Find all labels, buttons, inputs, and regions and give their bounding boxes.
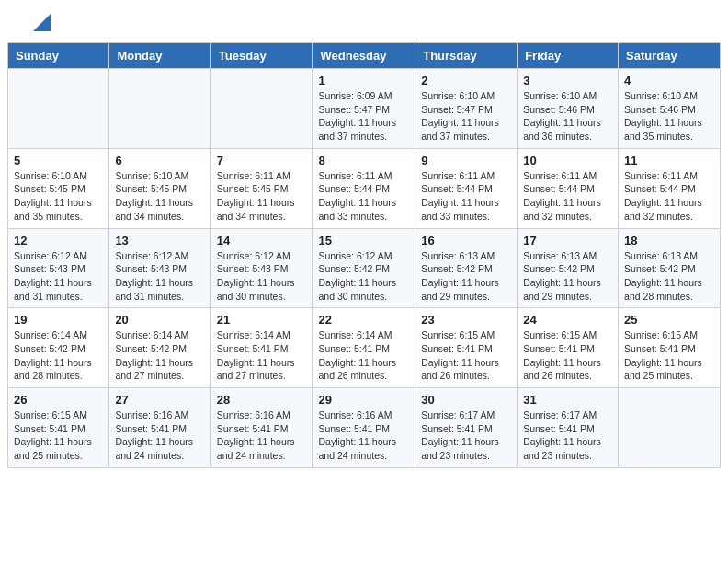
day-info: Sunrise: 6:10 AMSunset: 5:46 PMDaylight:… bbox=[624, 89, 714, 144]
day-of-week-header: Sunday bbox=[8, 43, 109, 69]
calendar-week-row: 1Sunrise: 6:09 AMSunset: 5:47 PMDaylight… bbox=[8, 69, 721, 149]
day-number: 23 bbox=[421, 313, 511, 327]
day-info: Sunrise: 6:11 AMSunset: 5:45 PMDaylight:… bbox=[217, 169, 307, 224]
calendar-day-cell: 11Sunrise: 6:11 AMSunset: 5:44 PMDayligh… bbox=[619, 148, 721, 228]
logo-triangle-icon bbox=[26, 9, 51, 35]
day-info: Sunrise: 6:15 AMSunset: 5:41 PMDaylight:… bbox=[624, 328, 714, 383]
day-info: Sunrise: 6:12 AMSunset: 5:43 PMDaylight:… bbox=[217, 249, 307, 304]
day-number: 4 bbox=[624, 74, 714, 87]
day-number: 9 bbox=[421, 154, 511, 167]
day-info: Sunrise: 6:16 AMSunset: 5:41 PMDaylight:… bbox=[217, 408, 307, 463]
day-info: Sunrise: 6:14 AMSunset: 5:42 PMDaylight:… bbox=[115, 328, 204, 383]
page-header bbox=[0, 0, 728, 42]
day-number: 25 bbox=[624, 313, 714, 327]
day-number: 12 bbox=[14, 234, 103, 247]
day-info: Sunrise: 6:14 AMSunset: 5:42 PMDaylight:… bbox=[14, 328, 103, 383]
day-of-week-header: Monday bbox=[109, 43, 210, 69]
calendar-day-cell: 23Sunrise: 6:15 AMSunset: 5:41 PMDayligh… bbox=[415, 308, 518, 388]
calendar-day-cell bbox=[619, 388, 721, 468]
calendar-day-cell: 20Sunrise: 6:14 AMSunset: 5:42 PMDayligh… bbox=[109, 308, 210, 388]
day-number: 15 bbox=[318, 234, 409, 247]
day-number: 16 bbox=[421, 234, 511, 247]
day-info: Sunrise: 6:12 AMSunset: 5:43 PMDaylight:… bbox=[115, 249, 204, 304]
calendar-day-cell: 7Sunrise: 6:11 AMSunset: 5:45 PMDaylight… bbox=[210, 148, 313, 228]
calendar-day-cell: 4Sunrise: 6:10 AMSunset: 5:46 PMDaylight… bbox=[619, 69, 721, 149]
day-info: Sunrise: 6:11 AMSunset: 5:44 PMDaylight:… bbox=[523, 169, 612, 224]
calendar-day-cell: 12Sunrise: 6:12 AMSunset: 5:43 PMDayligh… bbox=[8, 228, 109, 308]
day-number: 22 bbox=[318, 313, 409, 327]
calendar-week-row: 26Sunrise: 6:15 AMSunset: 5:41 PMDayligh… bbox=[8, 388, 721, 468]
day-info: Sunrise: 6:14 AMSunset: 5:41 PMDaylight:… bbox=[217, 328, 307, 383]
calendar-day-cell: 15Sunrise: 6:12 AMSunset: 5:42 PMDayligh… bbox=[313, 228, 415, 308]
day-info: Sunrise: 6:13 AMSunset: 5:42 PMDaylight:… bbox=[523, 249, 612, 304]
day-number: 14 bbox=[217, 234, 307, 247]
calendar-day-cell: 2Sunrise: 6:10 AMSunset: 5:47 PMDaylight… bbox=[415, 69, 518, 149]
calendar-day-cell: 21Sunrise: 6:14 AMSunset: 5:41 PMDayligh… bbox=[210, 308, 313, 388]
day-number: 30 bbox=[421, 393, 511, 407]
day-number: 19 bbox=[14, 313, 103, 327]
calendar-day-cell: 8Sunrise: 6:11 AMSunset: 5:44 PMDaylight… bbox=[313, 148, 415, 228]
day-info: Sunrise: 6:15 AMSunset: 5:41 PMDaylight:… bbox=[523, 328, 612, 383]
day-number: 17 bbox=[523, 234, 612, 247]
calendar-table: SundayMondayTuesdayWednesdayThursdayFrid… bbox=[7, 42, 721, 468]
day-info: Sunrise: 6:15 AMSunset: 5:41 PMDaylight:… bbox=[14, 408, 103, 463]
calendar-week-row: 12Sunrise: 6:12 AMSunset: 5:43 PMDayligh… bbox=[8, 228, 721, 308]
calendar-day-cell: 17Sunrise: 6:13 AMSunset: 5:42 PMDayligh… bbox=[518, 228, 619, 308]
calendar-day-cell bbox=[109, 69, 210, 149]
day-info: Sunrise: 6:10 AMSunset: 5:46 PMDaylight:… bbox=[523, 89, 612, 144]
day-number: 26 bbox=[14, 393, 103, 407]
day-info: Sunrise: 6:12 AMSunset: 5:43 PMDaylight:… bbox=[14, 249, 103, 304]
calendar-day-cell: 24Sunrise: 6:15 AMSunset: 5:41 PMDayligh… bbox=[518, 308, 619, 388]
day-info: Sunrise: 6:16 AMSunset: 5:41 PMDaylight:… bbox=[318, 408, 409, 463]
calendar-week-row: 5Sunrise: 6:10 AMSunset: 5:45 PMDaylight… bbox=[8, 148, 721, 228]
day-number: 27 bbox=[115, 393, 204, 407]
day-info: Sunrise: 6:11 AMSunset: 5:44 PMDaylight:… bbox=[421, 169, 511, 224]
day-info: Sunrise: 6:10 AMSunset: 5:47 PMDaylight:… bbox=[421, 89, 511, 144]
day-number: 3 bbox=[523, 74, 612, 87]
day-number: 28 bbox=[217, 393, 307, 407]
day-of-week-header: Tuesday bbox=[210, 43, 313, 69]
calendar-day-cell: 25Sunrise: 6:15 AMSunset: 5:41 PMDayligh… bbox=[619, 308, 721, 388]
day-number: 8 bbox=[318, 154, 409, 167]
day-number: 1 bbox=[318, 74, 409, 87]
day-number: 7 bbox=[217, 154, 307, 167]
calendar-day-cell: 16Sunrise: 6:13 AMSunset: 5:42 PMDayligh… bbox=[415, 228, 518, 308]
calendar-day-cell: 9Sunrise: 6:11 AMSunset: 5:44 PMDaylight… bbox=[415, 148, 518, 228]
calendar-day-cell: 31Sunrise: 6:17 AMSunset: 5:41 PMDayligh… bbox=[518, 388, 619, 468]
calendar-day-cell: 10Sunrise: 6:11 AMSunset: 5:44 PMDayligh… bbox=[518, 148, 619, 228]
calendar-day-cell: 14Sunrise: 6:12 AMSunset: 5:43 PMDayligh… bbox=[210, 228, 313, 308]
calendar-day-cell: 5Sunrise: 6:10 AMSunset: 5:45 PMDaylight… bbox=[8, 148, 109, 228]
day-info: Sunrise: 6:13 AMSunset: 5:42 PMDaylight:… bbox=[624, 249, 714, 304]
day-number: 21 bbox=[217, 313, 307, 327]
calendar-week-row: 19Sunrise: 6:14 AMSunset: 5:42 PMDayligh… bbox=[8, 308, 721, 388]
day-info: Sunrise: 6:16 AMSunset: 5:41 PMDaylight:… bbox=[115, 408, 204, 463]
day-info: Sunrise: 6:10 AMSunset: 5:45 PMDaylight:… bbox=[115, 169, 204, 224]
day-number: 24 bbox=[523, 313, 612, 327]
day-info: Sunrise: 6:11 AMSunset: 5:44 PMDaylight:… bbox=[318, 169, 409, 224]
calendar-day-cell: 26Sunrise: 6:15 AMSunset: 5:41 PMDayligh… bbox=[8, 388, 109, 468]
calendar-day-cell: 18Sunrise: 6:13 AMSunset: 5:42 PMDayligh… bbox=[619, 228, 721, 308]
calendar-day-cell: 29Sunrise: 6:16 AMSunset: 5:41 PMDayligh… bbox=[313, 388, 415, 468]
logo bbox=[22, 17, 51, 35]
calendar-day-cell bbox=[210, 69, 313, 149]
day-number: 10 bbox=[523, 154, 612, 167]
day-info: Sunrise: 6:10 AMSunset: 5:45 PMDaylight:… bbox=[14, 169, 103, 224]
day-of-week-header: Saturday bbox=[619, 43, 721, 69]
calendar-wrapper: SundayMondayTuesdayWednesdayThursdayFrid… bbox=[0, 42, 728, 476]
calendar-day-cell: 28Sunrise: 6:16 AMSunset: 5:41 PMDayligh… bbox=[210, 388, 313, 468]
calendar-day-cell: 3Sunrise: 6:10 AMSunset: 5:46 PMDaylight… bbox=[518, 69, 619, 149]
day-number: 13 bbox=[115, 234, 204, 247]
day-number: 20 bbox=[115, 313, 204, 327]
day-number: 5 bbox=[14, 154, 103, 167]
calendar-day-cell: 13Sunrise: 6:12 AMSunset: 5:43 PMDayligh… bbox=[109, 228, 210, 308]
svg-marker-0 bbox=[33, 13, 51, 31]
calendar-day-cell: 1Sunrise: 6:09 AMSunset: 5:47 PMDaylight… bbox=[313, 69, 415, 149]
day-info: Sunrise: 6:09 AMSunset: 5:47 PMDaylight:… bbox=[318, 89, 409, 144]
day-info: Sunrise: 6:17 AMSunset: 5:41 PMDaylight:… bbox=[421, 408, 511, 463]
day-number: 31 bbox=[523, 393, 612, 407]
day-of-week-header: Thursday bbox=[415, 43, 518, 69]
day-number: 18 bbox=[624, 234, 714, 247]
day-info: Sunrise: 6:13 AMSunset: 5:42 PMDaylight:… bbox=[421, 249, 511, 304]
calendar-day-cell: 30Sunrise: 6:17 AMSunset: 5:41 PMDayligh… bbox=[415, 388, 518, 468]
day-of-week-header: Friday bbox=[518, 43, 619, 69]
